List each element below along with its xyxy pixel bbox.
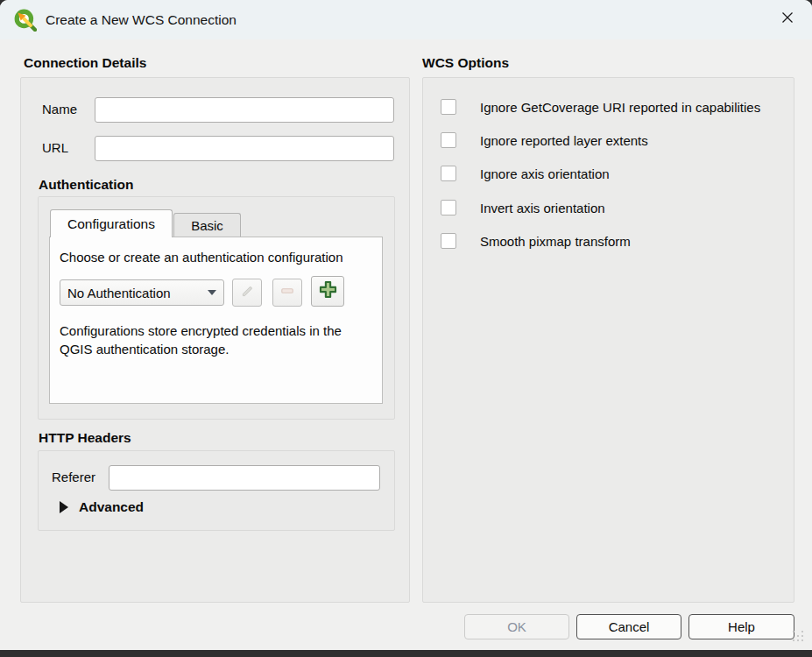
pencil-icon [240,284,255,302]
wcs-option-row: Ignore reported layer extents [441,131,783,149]
wcs-option-row: Invert axis orientation [441,199,783,216]
advanced-label: Advanced [79,499,144,515]
close-icon [780,11,794,28]
minus-icon [279,283,295,302]
wcs-option-label: Invert axis orientation [480,201,605,215]
ok-button[interactable]: OK [464,614,569,639]
collapsed-arrow-icon [60,501,68,513]
resize-grip[interactable] [793,631,805,643]
qgis-logo-icon [14,9,37,32]
configurations-tab-panel: Choose or create an authentication confi… [49,237,383,404]
wcs-option-row: Ignore GetCoverage URI reported in capab… [441,98,783,116]
close-button[interactable] [763,0,812,39]
url-label: URL [42,136,68,160]
authentication-heading: Authentication [39,177,134,193]
auth-config-selected-value: No Authentication [67,286,202,300]
edit-config-button[interactable] [232,279,262,307]
wcs-option-row: Ignore axis orientation [441,165,783,182]
auth-config-select[interactable]: No Authentication [60,279,224,306]
tab-configurations[interactable]: Configurations [50,209,173,237]
wcs-option-label: Ignore reported layer extents [480,133,648,148]
checkbox-smooth-pixmap-transform[interactable] [441,233,456,249]
authentication-group: Configurations Basic Choose or create an… [38,196,395,420]
chevron-down-icon [208,290,216,295]
http-headers-heading: HTTP Headers [39,430,131,446]
wcs-connection-dialog: Create a New WCS Connection Connection D… [0,0,812,650]
name-input[interactable] [95,97,394,123]
name-label: Name [42,97,77,122]
config-note-text: Configurations store encrypted credentia… [60,321,377,358]
add-config-button[interactable] [311,276,344,307]
wcs-option-row: Smooth pixmap transform [441,232,783,250]
wcs-option-label: Ignore GetCoverage URI reported in capab… [480,100,760,115]
dialog-title: Create a New WCS Connection [46,12,237,28]
checkbox-ignore-layer-extents[interactable] [441,132,456,148]
referer-label: Referer [52,465,95,490]
connection-details-heading: Connection Details [24,55,146,71]
advanced-expander[interactable]: Advanced [60,498,144,517]
plus-icon [319,280,337,302]
cancel-button[interactable]: Cancel [576,614,681,639]
wcs-option-label: Smooth pixmap transform [480,234,631,249]
checkbox-ignore-getcoverage-uri[interactable] [441,99,456,115]
connection-details-group: Name URL Authentication Configurations B… [20,77,410,603]
url-input[interactable] [95,136,394,161]
wcs-options-heading: WCS Options [422,55,509,71]
checkbox-ignore-axis-orientation[interactable] [441,166,456,181]
referer-input[interactable] [109,465,380,491]
remove-config-button[interactable] [272,279,302,307]
checkbox-invert-axis-orientation[interactable] [441,200,456,215]
titlebar[interactable]: Create a New WCS Connection [0,0,812,39]
http-headers-group: Referer Advanced [38,450,395,531]
wcs-options-group: Ignore GetCoverage URI reported in capab… [422,77,794,603]
tab-basic[interactable]: Basic [173,213,241,237]
wcs-option-label: Ignore axis orientation [480,166,610,181]
choose-config-text: Choose or create an authentication confi… [60,250,343,265]
help-button[interactable]: Help [688,614,794,639]
